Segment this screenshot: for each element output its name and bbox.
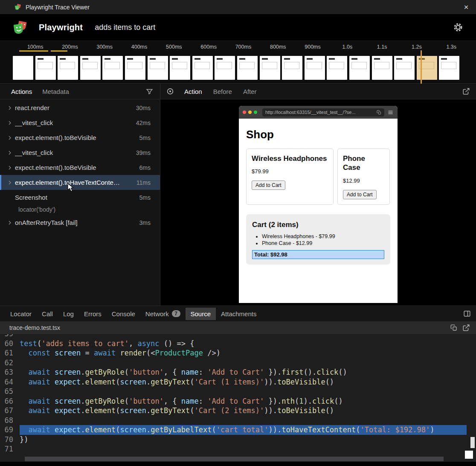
timeline-time-label: 100ms xyxy=(18,44,52,50)
add-to-cart-button[interactable]: Add to Cart xyxy=(252,181,285,190)
timeline-frame-thumbnail[interactable] xyxy=(260,56,280,80)
code-line: 68 xyxy=(0,416,476,425)
timeline-frame-thumbnail[interactable] xyxy=(192,56,213,80)
chevron-right-icon xyxy=(7,220,15,225)
action-item[interactable]: __vitest_click42ms xyxy=(0,115,160,130)
timeline[interactable]: 100ms200ms300ms400ms500ms600ms700ms800ms… xyxy=(0,41,476,84)
traffic-light-dot xyxy=(248,111,252,114)
add-to-cart-button[interactable]: Add to Cart xyxy=(343,190,377,199)
horizontal-scrollbar-thumb[interactable] xyxy=(25,457,444,461)
code-text: await expect.element(screen.getByText('C… xyxy=(20,406,476,416)
chevron-right-icon xyxy=(7,120,15,125)
horizontal-scrollbar[interactable] xyxy=(0,456,469,462)
tab-log[interactable]: Log xyxy=(58,308,79,320)
tab-locator[interactable]: Locator xyxy=(5,308,37,320)
timeline-time-label: 1.1s xyxy=(365,44,399,50)
tab-source[interactable]: Source xyxy=(186,308,216,320)
action-item[interactable]: onAfterRetryTask [fail]3ms xyxy=(0,215,160,230)
thumbnail-sketch xyxy=(38,58,54,74)
thumbnail-sketch xyxy=(374,58,390,74)
tab-metadata[interactable]: Metadata xyxy=(38,86,73,97)
code-line: 61 const screen = await render(<ProductP… xyxy=(0,348,476,358)
timeline-frame-thumbnail[interactable] xyxy=(148,56,168,80)
code-text xyxy=(20,358,476,368)
thumbnail-sketch xyxy=(351,58,368,74)
timeline-frame-thumbnail[interactable] xyxy=(102,56,123,80)
line-number: 66 xyxy=(0,396,20,406)
timeline-frame-thumbnail[interactable] xyxy=(237,56,258,80)
thumbnail-sketch xyxy=(239,58,255,74)
action-duration: 5ms xyxy=(136,134,151,141)
thumbnail-sketch xyxy=(82,58,99,74)
tab-console[interactable]: Console xyxy=(107,308,140,320)
browser-menu-icon[interactable] xyxy=(387,109,394,116)
timeline-frame-thumbnail[interactable] xyxy=(282,56,302,80)
tab-errors[interactable]: Errors xyxy=(79,308,107,320)
actions-tab-bar: ActionsMetadata xyxy=(0,84,160,99)
code-line: 67 await expect.element(screen.getByText… xyxy=(0,406,476,416)
tab-actions[interactable]: Actions xyxy=(7,86,36,97)
settings-gear-icon[interactable] xyxy=(453,22,463,32)
code-line: 66 await screen.getByRole('button', { na… xyxy=(0,396,476,406)
timeline-frame-thumbnail[interactable] xyxy=(58,56,78,80)
timeline-time-label: 200ms xyxy=(52,44,87,50)
thumbnail-sketch xyxy=(441,58,457,74)
code-line: 59 xyxy=(0,334,476,339)
open-source-external-icon[interactable] xyxy=(462,324,470,332)
copy-url-icon[interactable] xyxy=(377,110,381,115)
code-line: 60test('adds items to cart', async () =>… xyxy=(0,339,476,349)
snapshot-viewport: http://localhost:63315/__vitest_test__/?… xyxy=(160,99,476,306)
playwright-trace-viewer-window: Playwright Trace Viewer × Playwright add… xyxy=(0,0,476,466)
filter-funnel-icon[interactable] xyxy=(146,88,153,95)
product-price: $12.99 xyxy=(343,178,384,184)
timeline-frame-thumbnail[interactable] xyxy=(305,56,325,80)
tab-action[interactable]: Action xyxy=(180,86,206,97)
window-title: Playwright Trace Viewer xyxy=(26,4,90,11)
code-line: 71 xyxy=(0,444,476,454)
tab-before[interactable]: Before xyxy=(209,86,236,97)
address-bar[interactable]: http://localhost:63315/__vitest_test__/?… xyxy=(262,108,384,116)
line-number: 69 xyxy=(0,425,20,435)
timeline-frame-thumbnail[interactable] xyxy=(327,56,347,80)
action-item[interactable]: expect.element().toBeVisible5ms xyxy=(0,130,160,145)
open-snapshot-external-icon[interactable] xyxy=(462,87,470,95)
timeline-frame-thumbnail[interactable] xyxy=(439,56,459,80)
code-text: await screen.getByRole('button', { name:… xyxy=(20,396,476,406)
playwright-logo-icon xyxy=(13,20,29,35)
line-number: 70 xyxy=(0,435,20,445)
action-item[interactable]: Screenshot5ms xyxy=(0,190,160,205)
toggle-sidebar-columns-icon[interactable] xyxy=(463,310,471,317)
tab-after[interactable]: After xyxy=(239,86,261,97)
action-label: onAfterRetryTask [fail] xyxy=(15,219,78,226)
action-duration: 11ms xyxy=(133,179,151,186)
chevron-right-icon xyxy=(7,105,15,111)
timeline-frame-thumbnail[interactable] xyxy=(35,56,56,80)
action-item[interactable]: __vitest_click39ms xyxy=(0,145,160,160)
action-item[interactable]: expect.element().toBeVisible6ms xyxy=(0,160,160,175)
timeline-frame-thumbnail[interactable] xyxy=(417,56,437,80)
code-line: 65 xyxy=(0,387,476,396)
timeline-frame-thumbnail[interactable] xyxy=(80,56,101,80)
timeline-frame-thumbnail[interactable] xyxy=(349,56,370,80)
tab-attachments[interactable]: Attachments xyxy=(216,308,261,320)
vertical-scrollbar[interactable] xyxy=(470,437,475,448)
timeline-frame-thumbnail[interactable] xyxy=(394,56,415,80)
timeline-frame-thumbnail[interactable] xyxy=(215,56,235,80)
pick-locator-target-icon[interactable] xyxy=(166,87,174,95)
thumbnail-sketch xyxy=(104,58,121,74)
timeline-labels: 100ms200ms300ms400ms500ms600ms700ms800ms… xyxy=(18,44,469,50)
timeline-frame-thumbnail[interactable] xyxy=(170,56,190,80)
tab-network[interactable]: Network7 xyxy=(140,308,186,320)
action-item[interactable]: expect.element().toHaveTextConte…11ms xyxy=(0,175,160,190)
timeline-time-label: 1.2s xyxy=(399,44,434,50)
action-item[interactable]: react.render30ms xyxy=(0,100,160,115)
close-button[interactable]: × xyxy=(460,0,473,14)
code-text xyxy=(20,444,476,454)
timeline-frame-thumbnail[interactable] xyxy=(125,56,145,80)
playwright-logo-icon xyxy=(15,3,22,11)
copy-source-icon[interactable] xyxy=(450,324,457,331)
timeline-frame-thumbnail[interactable] xyxy=(13,56,33,80)
source-code-view: 5960test('adds items to cart', async () … xyxy=(0,334,476,462)
tab-call[interactable]: Call xyxy=(37,308,58,320)
timeline-frame-thumbnail[interactable] xyxy=(372,56,392,80)
